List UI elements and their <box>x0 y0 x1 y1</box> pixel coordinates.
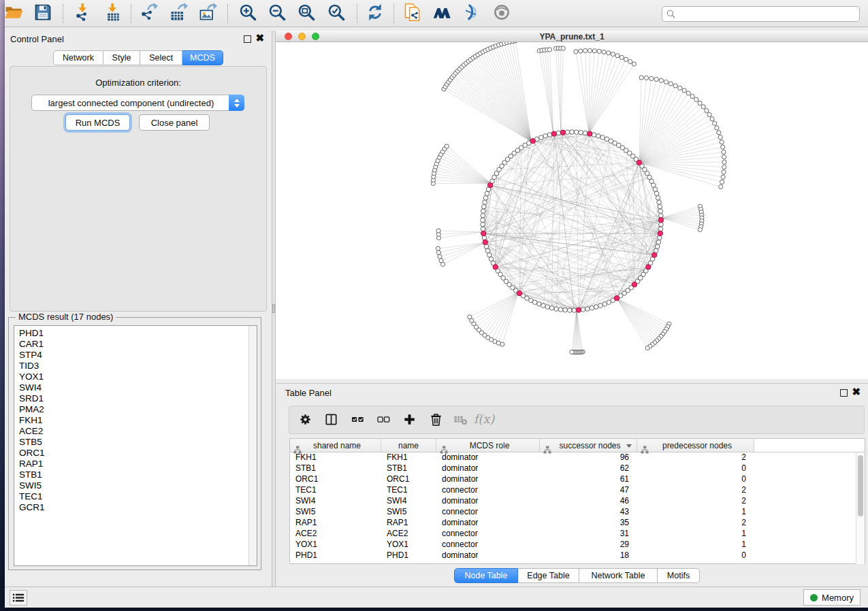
table-cell[interactable]: connector <box>436 529 540 540</box>
table-cell[interactable]: connector <box>436 507 540 518</box>
mcds-result-item[interactable]: SWI4 <box>14 382 257 393</box>
network-file-button[interactable] <box>401 3 424 24</box>
tab-motifs[interactable]: Motifs <box>658 568 700 583</box>
table-cell[interactable]: 35 <box>540 518 637 529</box>
table-cell[interactable]: SWI5 <box>290 507 381 518</box>
table-cell[interactable]: dominator <box>436 496 540 507</box>
mcds-result-item[interactable]: STP4 <box>14 350 257 361</box>
mcds-result-item[interactable]: RAP1 <box>14 459 257 469</box>
mcds-result-item[interactable]: CAR1 <box>14 339 257 350</box>
close-panel-button[interactable]: Close panel <box>139 114 210 131</box>
search-box[interactable] <box>662 6 860 22</box>
memory-button[interactable]: Memory <box>803 589 861 606</box>
mcds-result-item[interactable]: STB1 <box>14 469 257 480</box>
gear-button[interactable] <box>297 412 313 429</box>
table-close-icon[interactable]: ✖ <box>852 386 861 398</box>
optimization-criterion-select[interactable]: largest connected component (undirected) <box>31 95 244 111</box>
table-cell[interactable]: YOX1 <box>381 540 436 550</box>
table-cell[interactable]: 2 <box>637 485 754 496</box>
export-image-button[interactable] <box>196 3 219 24</box>
tab-edge-table[interactable]: Edge Table <box>518 568 579 583</box>
table-cell[interactable]: RAP1 <box>381 518 436 529</box>
tab-style[interactable]: Style <box>103 50 140 65</box>
table-cell[interactable]: dominator <box>436 550 540 561</box>
table-cell[interactable]: SWI4 <box>290 496 381 507</box>
table-cell[interactable]: 46 <box>540 496 637 507</box>
add-row-button[interactable] <box>401 412 417 429</box>
table-scrollbar[interactable] <box>856 452 865 564</box>
table-cell[interactable]: 2 <box>637 518 754 529</box>
table-cell[interactable]: 0 <box>637 550 754 561</box>
table-cell[interactable]: connector <box>436 540 540 550</box>
mcds-result-item[interactable]: PMA2 <box>14 404 257 415</box>
zoom-fit-button[interactable] <box>295 3 318 24</box>
table-row[interactable]: PHD1PHD1dominator180 <box>290 550 865 561</box>
table-cell[interactable]: ORC1 <box>381 474 436 485</box>
table-cell[interactable]: FKH1 <box>290 452 381 463</box>
table-cell[interactable]: 29 <box>540 540 637 550</box>
search-input[interactable] <box>679 10 856 19</box>
table-cell[interactable]: 2 <box>637 496 754 507</box>
mcds-result-item[interactable]: SRD1 <box>14 393 257 404</box>
mcds-result-item[interactable]: YOX1 <box>14 371 257 382</box>
table-cell[interactable]: TEC1 <box>381 485 436 496</box>
import-network-button[interactable] <box>71 3 95 24</box>
result-list-scrollbar[interactable] <box>248 326 257 565</box>
table-cell[interactable]: 1 <box>637 529 754 540</box>
table-cell[interactable]: PHD1 <box>381 550 436 561</box>
tab-network[interactable]: Network <box>53 50 103 65</box>
column-header-successor-nodes[interactable]: successor nodes <box>540 439 637 452</box>
column-header-shared-name[interactable]: shared name <box>290 439 381 452</box>
column-header-name[interactable]: name <box>381 439 436 452</box>
network-graph[interactable] <box>276 42 868 379</box>
table-cell[interactable]: TEC1 <box>290 485 381 496</box>
tab-select[interactable]: Select <box>140 50 182 65</box>
zoom-selected-button[interactable] <box>325 3 348 24</box>
tab-mcds[interactable]: MCDS <box>182 50 223 65</box>
table-row[interactable]: STB1STB1dominator620 <box>290 463 865 474</box>
table-cell[interactable]: SWI4 <box>381 496 436 507</box>
table-cell[interactable]: 2 <box>637 452 754 463</box>
table-cell[interactable]: 31 <box>540 529 637 540</box>
export-table-button[interactable] <box>167 3 190 24</box>
column-header-predecessor-nodes[interactable]: predecessor nodes <box>637 439 754 452</box>
mcds-result-item[interactable]: TEC1 <box>14 491 257 502</box>
table-cell[interactable]: 96 <box>540 452 637 463</box>
network-canvas[interactable] <box>276 42 868 379</box>
import-table-button[interactable] <box>101 3 125 24</box>
refresh-button[interactable] <box>364 3 387 24</box>
table-cell[interactable]: STB1 <box>290 463 381 474</box>
eye-button[interactable] <box>490 3 513 24</box>
table-cell[interactable]: ACE2 <box>381 529 436 540</box>
table-row[interactable]: SWI4SWI4dominator462 <box>290 496 865 507</box>
table-cell[interactable]: connector <box>436 485 540 496</box>
table-row[interactable]: TEC1TEC1connector472 <box>290 485 865 496</box>
table-row[interactable]: RAP1RAP1dominator352 <box>290 518 865 529</box>
mcds-result-item[interactable]: ACE2 <box>14 426 257 437</box>
table-cell[interactable]: YOX1 <box>290 540 381 550</box>
table-cell[interactable]: 61 <box>540 474 637 485</box>
table-cell[interactable]: SWI5 <box>381 507 436 518</box>
table-cell[interactable]: 47 <box>540 485 637 496</box>
deselect-all-button[interactable] <box>375 412 391 429</box>
table-row[interactable]: YOX1YOX1connector291 <box>290 540 865 550</box>
table-cell[interactable]: dominator <box>436 518 540 529</box>
table-cell[interactable]: PHD1 <box>290 550 381 561</box>
select-all-button[interactable] <box>349 412 366 429</box>
table-row[interactable]: ORC1ORC1dominator610 <box>290 474 865 485</box>
export-network-button[interactable] <box>137 3 160 24</box>
table-cell[interactable]: dominator <box>436 463 540 474</box>
table-cell[interactable]: dominator <box>436 452 540 463</box>
close-panel-icon[interactable]: ✖ <box>255 32 264 44</box>
mcds-result-item[interactable]: PHD1 <box>14 328 257 339</box>
column-header-MCDS-role[interactable]: MCDS role <box>436 439 540 452</box>
zoom-out-button[interactable] <box>266 3 289 24</box>
hide-details-button[interactable] <box>460 3 483 24</box>
zoom-in-button[interactable] <box>236 3 259 24</box>
table-cell[interactable]: 62 <box>540 463 637 474</box>
tab-network-table[interactable]: Network Table <box>579 568 658 583</box>
delete-row-button[interactable] <box>428 412 444 429</box>
splitter-handle[interactable] <box>272 304 275 313</box>
mcds-result-item[interactable]: TID3 <box>14 361 257 371</box>
mcds-result-item[interactable]: SWI5 <box>14 480 257 491</box>
